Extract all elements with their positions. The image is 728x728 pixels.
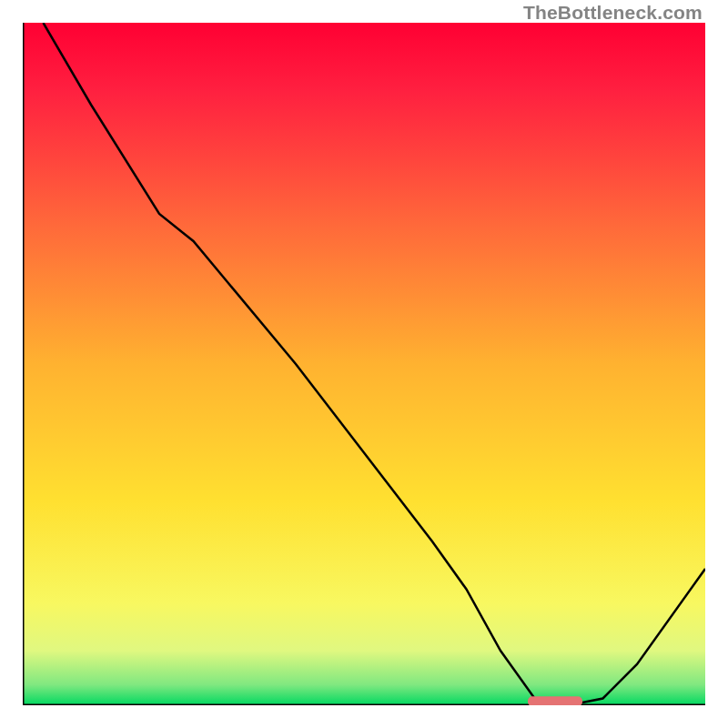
gradient-background — [23, 23, 705, 705]
watermark-text: TheBottleneck.com — [523, 2, 703, 24]
chart-plot-area — [23, 23, 705, 705]
optimal-marker — [528, 696, 582, 705]
chart-svg — [23, 23, 705, 705]
